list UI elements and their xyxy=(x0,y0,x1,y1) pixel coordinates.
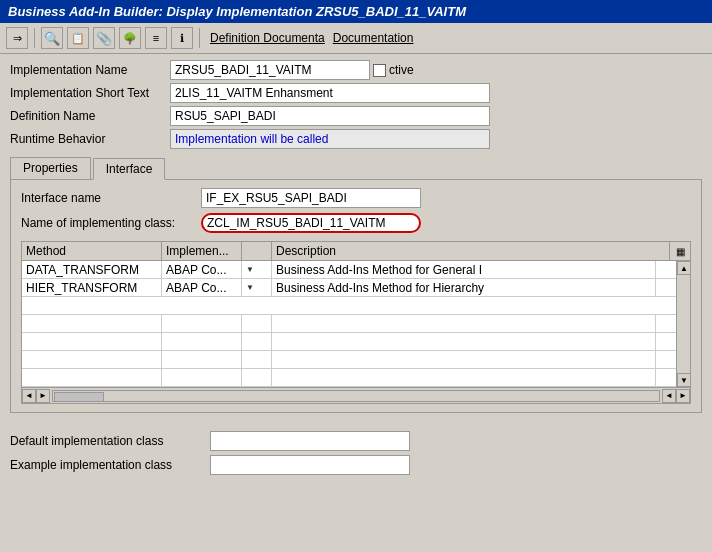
table-row-empty xyxy=(22,333,676,351)
back-btn[interactable]: ⇒ xyxy=(6,27,28,49)
h-scroll-track xyxy=(52,390,660,402)
table-header: Method Implemen... Description ▦ xyxy=(22,242,690,261)
runtime-value: Implementation will be called xyxy=(170,129,490,149)
table-row-empty xyxy=(22,297,676,315)
definition-name-label: Definition Name xyxy=(10,109,170,123)
cell-impl-1: ABAP Co... xyxy=(162,261,242,278)
definition-name-row: Definition Name RSU5_SAPI_BADI xyxy=(10,106,702,126)
cell-extra-2 xyxy=(656,279,676,296)
h-scroll-thumb[interactable] xyxy=(54,392,104,402)
implementation-name-label: Implementation Name xyxy=(10,63,170,77)
h-scroll-left-outer[interactable]: ◄ xyxy=(22,389,36,403)
implementation-name-row: Implementation Name ZRSU5_BADI_11_VAITM … xyxy=(10,60,702,80)
bottom-fields: Default implementation class Example imp… xyxy=(0,423,712,487)
cell-method-1: DATA_TRANSFORM xyxy=(22,261,162,278)
implementation-name-value[interactable]: ZRSU5_BADI_11_VAITM xyxy=(170,60,370,80)
short-text-value[interactable]: 2LIS_11_VAITM Enhansment xyxy=(170,83,490,103)
cell-desc-1: Business Add-Ins Method for General I xyxy=(272,261,656,278)
cell-dropdown-1[interactable]: ▼ xyxy=(242,261,272,278)
active-checkbox[interactable] xyxy=(373,64,386,77)
table-row-empty xyxy=(22,315,676,333)
documentation-link[interactable]: Documentation xyxy=(333,31,414,45)
default-class-row: Default implementation class xyxy=(10,431,702,451)
col-arrow xyxy=(242,242,272,260)
find-btn[interactable]: 🔍 xyxy=(41,27,63,49)
attach-btn[interactable]: 📎 xyxy=(93,27,115,49)
h-scroll-row: ◄ ► ◄ ► xyxy=(22,387,690,403)
cell-impl-2: ABAP Co... xyxy=(162,279,242,296)
interface-name-row: Interface name IF_EX_RSU5_SAPI_BADI xyxy=(21,188,691,208)
interface-name-label: Interface name xyxy=(21,191,201,205)
example-class-row: Example implementation class xyxy=(10,455,702,475)
example-class-label: Example implementation class xyxy=(10,458,210,472)
h-scroll-right-inner[interactable]: ► xyxy=(676,389,690,403)
class-name-row: Name of implementing class: ZCL_IM_RSU5_… xyxy=(21,213,691,233)
list-btn[interactable]: ≡ xyxy=(145,27,167,49)
table-row: DATA_TRANSFORM ABAP Co... ▼ Business Add… xyxy=(22,261,676,279)
cell-desc-2: Business Add-Ins Method for Hierarchy xyxy=(272,279,656,296)
main-content: Implementation Name ZRSU5_BADI_11_VAITM … xyxy=(0,54,712,419)
clipboard-btn[interactable]: 📋 xyxy=(67,27,89,49)
tab-interface[interactable]: Interface xyxy=(93,158,166,180)
tree-btn[interactable]: 🌳 xyxy=(119,27,141,49)
col-description: Description xyxy=(272,242,670,260)
h-scroll-left-inner[interactable]: ◄ xyxy=(662,389,676,403)
scroll-up-btn[interactable]: ▲ xyxy=(677,261,691,275)
runtime-row: Runtime Behavior Implementation will be … xyxy=(10,129,702,149)
example-class-value[interactable] xyxy=(210,455,410,475)
h-scroll-right-outer[interactable]: ► xyxy=(36,389,50,403)
active-label: ctive xyxy=(389,63,414,77)
cell-method-2: HIER_TRANSFORM xyxy=(22,279,162,296)
cell-extra-1 xyxy=(656,261,676,278)
title-bar: Business Add-In Builder: Display Impleme… xyxy=(0,0,712,23)
definition-documenta-link[interactable]: Definition Documenta xyxy=(210,31,325,45)
definition-name-value[interactable]: RSU5_SAPI_BADI xyxy=(170,106,490,126)
cell-dropdown-2[interactable]: ▼ xyxy=(242,279,272,296)
info-btn[interactable]: ℹ xyxy=(171,27,193,49)
tab-content-interface: Interface name IF_EX_RSU5_SAPI_BADI Name… xyxy=(10,180,702,413)
table-row: HIER_TRANSFORM ABAP Co... ▼ Business Add… xyxy=(22,279,676,297)
runtime-label: Runtime Behavior xyxy=(10,132,170,146)
class-name-label: Name of implementing class: xyxy=(21,216,201,230)
methods-table: Method Implemen... Description ▦ DATA_TR… xyxy=(21,241,691,404)
table-row-empty xyxy=(22,351,676,369)
tab-properties[interactable]: Properties xyxy=(10,157,91,179)
default-class-value[interactable] xyxy=(210,431,410,451)
class-name-value[interactable]: ZCL_IM_RSU5_BADI_11_VAITM xyxy=(201,213,421,233)
toolbar: ⇒ 🔍 📋 📎 🌳 ≡ ℹ Definition Documenta Docum… xyxy=(0,23,712,54)
default-class-label: Default implementation class xyxy=(10,434,210,448)
col-method: Method xyxy=(22,242,162,260)
short-text-row: Implementation Short Text 2LIS_11_VAITM … xyxy=(10,83,702,103)
methods-table-container: Method Implemen... Description ▦ DATA_TR… xyxy=(21,241,691,404)
interface-name-value[interactable]: IF_EX_RSU5_SAPI_BADI xyxy=(201,188,421,208)
col-implement: Implemen... xyxy=(162,242,242,260)
col-resize-icon[interactable]: ▦ xyxy=(670,242,690,260)
scroll-down-btn[interactable]: ▼ xyxy=(677,373,691,387)
table-body: DATA_TRANSFORM ABAP Co... ▼ Business Add… xyxy=(22,261,690,387)
short-text-label: Implementation Short Text xyxy=(10,86,170,100)
table-row-empty xyxy=(22,369,676,387)
tabs: Properties Interface xyxy=(10,157,702,180)
